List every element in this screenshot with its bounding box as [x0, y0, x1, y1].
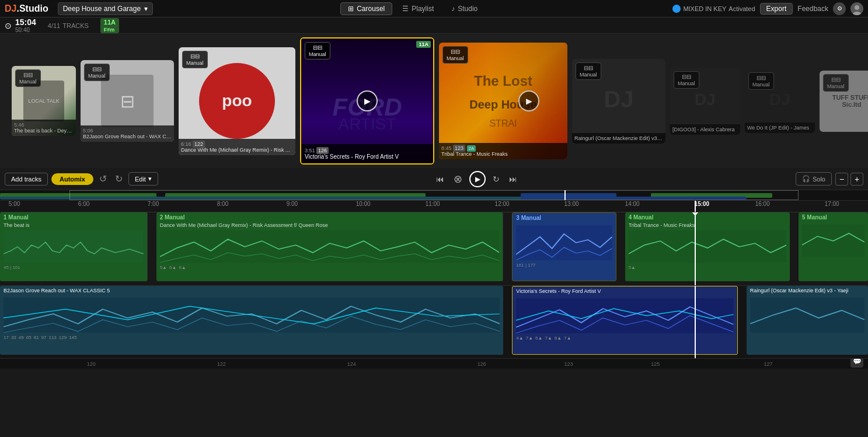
settings-icon[interactable]: ⚙ — [833, 2, 846, 15]
bottom-mark: 123 — [564, 361, 573, 367]
nav-playlist-button[interactable]: ☰ Playlist — [395, 2, 441, 15]
playback-controls: ⏮ ⊗ ▶ ↻ ⏭ — [434, 171, 520, 187]
bottom-mark: 124 — [347, 361, 356, 367]
ruler-mark: 17:00 — [825, 201, 839, 207]
track-block-4-manual[interactable]: 4 Manual Tribal Trance - Music Freaks 5▲ — [625, 212, 790, 281]
track-block-3-manual[interactable]: 3 Manual 161 | 177 — [512, 212, 616, 281]
bottom-mark: 125 — [651, 361, 660, 367]
loop-button[interactable]: ↻ — [490, 173, 502, 185]
ruler-mark-current: 15:00 — [695, 201, 710, 207]
carousel-card-7[interactable]: DJ ⊟⊟ Manual [DIGOO3] - Alexis Cabrera — [670, 68, 740, 135]
play-icon-5[interactable]: ▶ — [518, 90, 539, 111]
card-2-manual-btn[interactable]: ⊟⊟ Manual — [84, 64, 110, 81]
track-block-2-manual[interactable]: 2 Manual Dance With Me (Michael Gray Rem… — [156, 212, 504, 281]
nav-studio-button[interactable]: ♪ Studio — [444, 2, 485, 15]
bottom-mark: 120 — [87, 361, 96, 367]
carousel-card-6[interactable]: DJ ⊟⊟ Manual Raingurl (Oscar Mackenzie E… — [572, 59, 665, 144]
play-pause-button[interactable]: ▶ — [469, 171, 486, 187]
carousel-card-4[interactable]: FORD ARTIST ▶ ⊟⊟ Manual 11A 3:51 126 Vic… — [300, 37, 434, 165]
svg-point-0 — [855, 5, 859, 10]
nav-carousel-button[interactable]: ⊞ Carousel — [340, 2, 392, 15]
bottom-mark: 122 — [217, 361, 226, 367]
tracks-count: 4/11 — [48, 22, 60, 29]
minimap-bar — [0, 190, 868, 200]
card-9-manual-btn[interactable]: ⊟⊟ Manual — [823, 74, 849, 92]
card-1-manual-btn[interactable]: ⊟⊟ Manual — [15, 69, 41, 87]
play-icon[interactable]: ▶ — [357, 90, 378, 111]
skip-back-button[interactable]: ⏮ — [434, 173, 447, 185]
minimap-segment-5 — [0, 197, 538, 200]
mixed-in-key-icon — [672, 5, 681, 13]
carousel-section: LOCAL TALK ⊟⊟ Manual 5:46 The beat is ba… — [0, 34, 868, 168]
cue-button[interactable]: ⊗ — [451, 172, 465, 187]
ruler-mark: 10:00 — [356, 201, 371, 207]
svg-text:DJ: DJ — [695, 90, 716, 109]
zoom-controls: − + — [835, 173, 863, 186]
svg-rect-17 — [750, 298, 864, 333]
carousel-card-5[interactable]: The Lost Deep House STRAI ▶ ⊟⊟ Manual 8:… — [439, 43, 567, 159]
ruler-mark: 7:00 — [148, 201, 159, 207]
track-block-raingurl[interactable]: Raingurl (Oscar Mackenzie Edit) v3 - Yae… — [747, 286, 868, 355]
edit-button[interactable]: Edit ▾ — [128, 172, 158, 186]
track-block-victorias[interactable]: Victoria's Secrets - Roy Ford Artist V 4… — [512, 286, 738, 355]
zoom-out-button[interactable]: − — [835, 173, 848, 186]
svg-point-1 — [853, 12, 861, 15]
add-tracks-button[interactable]: Add tracks — [5, 173, 48, 186]
timeline-minimap[interactable] — [0, 190, 868, 201]
tracks-label: TRACKS — [62, 22, 89, 29]
chat-icon[interactable]: 💬 — [850, 358, 863, 368]
carousel-card-2[interactable]: ⊟ ⊟⊟ Manual 5:06 B2Jason Grove Reach out… — [81, 60, 174, 142]
card-6-manual-btn[interactable]: ⊟⊟ Manual — [576, 62, 601, 80]
zoom-in-button[interactable]: + — [850, 173, 863, 186]
carousel-card-3[interactable]: poo ⊟⊟ Manual 6:16 122 Dance With Me (Mi… — [179, 47, 295, 155]
svg-rect-10 — [4, 230, 144, 263]
bottom-ruler: 120 122 124 126 123 125 127 💬 — [0, 358, 868, 369]
headphones-icon: 🎧 — [802, 175, 810, 183]
card-3-manual-btn[interactable]: ⊟⊟ Manual — [182, 51, 208, 68]
studio-icon: ♪ — [451, 5, 455, 13]
svg-text:ARTIST: ARTIST — [338, 115, 396, 133]
svg-rect-11 — [160, 230, 500, 263]
nav-right: MIXED IN KEY Activated Export Feedback ⚙ — [672, 2, 863, 15]
ruler-playhead — [695, 201, 696, 212]
carousel-card-1[interactable]: LOCAL TALK ⊟⊟ Manual 5:46 The beat is ba… — [12, 66, 76, 136]
ruler-mark: 9:00 — [287, 201, 298, 207]
playlist-icon: ☰ — [402, 5, 409, 13]
carousel-card-8[interactable]: DJ ⊟⊟ Manual We Do It (JP Edit) - James — [745, 69, 815, 133]
card-4-manual-btn[interactable]: ⊟⊟ Manual — [305, 42, 330, 60]
carousel-card-9[interactable]: TUFF STUFFSic.ltd ⊟⊟ Manual — [820, 71, 868, 132]
carousel-icon: ⊞ — [348, 5, 354, 13]
track-block-1-manual[interactable]: 1 Manual The beat is 45 | 161 — [0, 212, 148, 281]
key-badge-card: 11A — [416, 41, 431, 48]
user-avatar[interactable] — [850, 2, 863, 15]
playhead-bottom — [695, 286, 696, 358]
export-button[interactable]: Export — [760, 3, 793, 15]
svg-rect-12 — [516, 225, 612, 260]
mix-selector[interactable]: Deep House and Garage ▾ — [58, 2, 153, 15]
redo-button[interactable]: ↻ — [113, 172, 125, 186]
key-badge: 11A F#m — [100, 18, 119, 33]
undo-button[interactable]: ↺ — [97, 172, 109, 186]
skip-forward-button[interactable]: ⏭ — [507, 173, 520, 185]
timeline-ruler: 5:00 6:00 7:00 8:00 9:00 10:00 11:00 12:… — [0, 201, 868, 212]
playhead-top — [695, 212, 696, 285]
ruler-mark: 5:00 — [9, 201, 20, 207]
card-8-manual-btn[interactable]: ⊟⊟ Manual — [748, 72, 774, 90]
svg-text:DJ: DJ — [604, 86, 633, 112]
info-bar: ⊙ 15:04 50:40 4/11 TRACKS 11A F#m — [0, 18, 868, 34]
card-7-manual-btn[interactable]: ⊟⊟ Manual — [674, 71, 699, 89]
card-5-manual-btn[interactable]: ⊟⊟ Manual — [442, 46, 468, 64]
ruler-mark: 16:00 — [755, 201, 770, 207]
total-time: 50:40 — [15, 27, 36, 33]
feedback-button[interactable]: Feedback — [797, 5, 828, 13]
svg-rect-13 — [629, 230, 787, 263]
automix-button[interactable]: Automix — [51, 173, 93, 185]
current-time: 15:04 — [15, 18, 36, 27]
ruler-mark: 13:00 — [564, 201, 579, 207]
track-block-5-manual[interactable]: 5 Manual — [799, 212, 868, 281]
track-block-b2jason[interactable]: B2Jason Grove Reach out - WAX CLASSIC 5 … — [0, 286, 503, 355]
solo-button[interactable]: 🎧 Solo — [796, 172, 832, 186]
chevron-down-icon: ▾ — [144, 5, 148, 13]
app-logo: DJ.Studio — [5, 4, 48, 14]
ruler-mark: 12:00 — [495, 201, 510, 207]
